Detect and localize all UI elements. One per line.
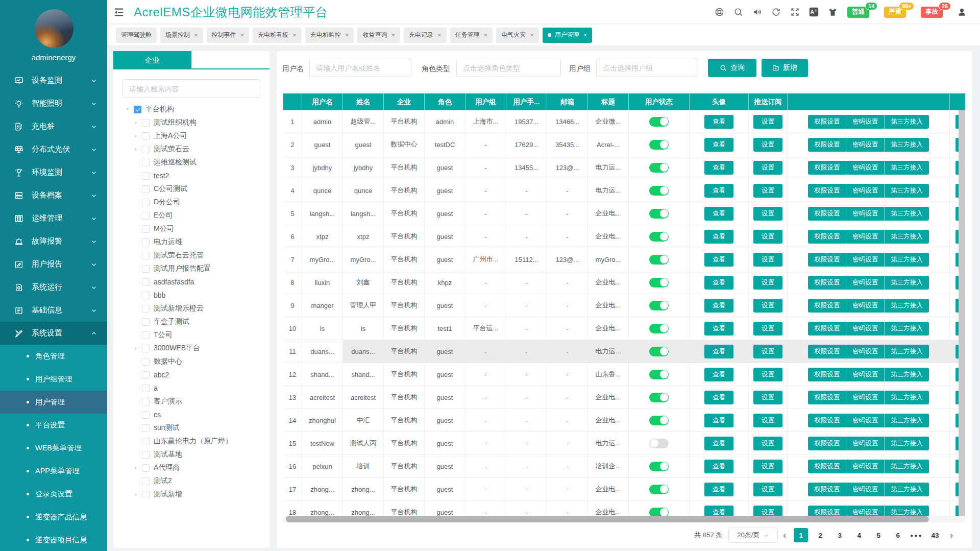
sidebar-item[interactable]: 用户报告 (0, 253, 107, 276)
subscribe-settings-button[interactable]: 设置 (753, 299, 782, 313)
password-settings-button[interactable]: 密码设置 (846, 299, 885, 313)
subscribe-settings-button[interactable]: 设置 (753, 230, 782, 244)
view-avatar-button[interactable]: 查看 (704, 299, 733, 313)
close-icon[interactable]: × (292, 32, 297, 38)
translate-icon[interactable]: A文 (808, 7, 819, 17)
page-number[interactable]: 4 (852, 528, 866, 542)
permission-settings-button[interactable]: 权限设置 (808, 437, 846, 450)
permission-settings-button[interactable]: 权限设置 (808, 230, 846, 244)
view-avatar-button[interactable]: 查看 (704, 460, 733, 473)
caret-right-icon[interactable] (132, 344, 140, 352)
checkbox[interactable] (142, 238, 150, 246)
checkbox[interactable] (142, 491, 150, 498)
sidebar-item[interactable]: 智能照明 (0, 92, 107, 115)
tree-item[interactable]: 山东赢伦电力（原广烨） (113, 435, 270, 448)
checkbox[interactable] (142, 292, 150, 299)
sidebar-item[interactable]: 设备监测 (0, 69, 107, 92)
search-icon[interactable] (733, 7, 743, 17)
sidebar-subitem[interactable]: 登录页设置 (0, 483, 107, 506)
third-party-button[interactable]: 第三方接入 (885, 207, 929, 221)
vertical-scrollbar[interactable] (959, 110, 965, 516)
third-party-button[interactable]: 第三方接入 (885, 414, 929, 427)
view-avatar-button[interactable]: 查看 (704, 276, 733, 290)
password-settings-button[interactable]: 密码设置 (846, 161, 885, 175)
permission-settings-button[interactable]: 权限设置 (808, 368, 846, 381)
user-status-toggle[interactable] (649, 255, 669, 265)
sidebar-subitem[interactable]: 逆变器项目信息 (0, 529, 107, 551)
checkbox[interactable] (142, 119, 150, 127)
checkbox[interactable] (142, 185, 150, 193)
subscribe-settings-button[interactable]: 设置 (753, 115, 782, 129)
sidebar-item[interactable]: 故障报警 (0, 230, 107, 253)
user-status-toggle[interactable] (649, 416, 669, 425)
password-settings-button[interactable]: 密码设置 (846, 184, 885, 198)
user-status-toggle[interactable] (649, 324, 669, 333)
password-settings-button[interactable]: 密码设置 (846, 276, 885, 290)
third-party-button[interactable]: 第三方接入 (885, 230, 929, 244)
tree-item[interactable]: 测试组织机构 (113, 116, 270, 129)
sidebar-subitem[interactable]: 平台设置 (0, 414, 107, 437)
tab-用户管理[interactable]: 用户管理 × (543, 28, 593, 43)
tab-收益查询[interactable]: 收益查询 × (357, 28, 400, 43)
search-button[interactable]: 查询 (708, 59, 756, 77)
tab-场景控制[interactable]: 场景控制 × (160, 28, 203, 43)
subscribe-settings-button[interactable]: 设置 (753, 276, 782, 290)
sidebar-item[interactable]: 设备档案 (0, 184, 107, 207)
password-settings-button[interactable]: 密码设置 (846, 483, 885, 496)
user-status-toggle[interactable] (649, 186, 669, 196)
tree-item[interactable]: 运维巡检测试 (113, 156, 270, 169)
checkbox[interactable] (142, 438, 150, 445)
permission-settings-button[interactable]: 权限设置 (808, 391, 846, 404)
tree-item[interactable]: T公司 (113, 328, 270, 342)
close-icon[interactable]: × (437, 32, 442, 38)
close-icon[interactable]: × (391, 32, 395, 38)
checkbox[interactable] (142, 477, 150, 485)
close-icon[interactable]: × (484, 32, 488, 38)
close-icon[interactable]: × (240, 32, 244, 38)
view-avatar-button[interactable]: 查看 (704, 253, 733, 267)
tab-enterprise[interactable]: 企业 (113, 51, 191, 69)
permission-settings-button[interactable]: 权限设置 (808, 184, 846, 198)
user-status-toggle[interactable] (649, 209, 669, 219)
permission-settings-button[interactable]: 权限设置 (808, 414, 846, 427)
user-status-toggle[interactable] (649, 232, 669, 242)
third-party-button[interactable]: 第三方接入 (885, 115, 929, 129)
checkbox-checked[interactable] (134, 106, 141, 113)
user-status-toggle[interactable] (649, 439, 669, 448)
tree-item[interactable]: test2 (113, 169, 270, 182)
user-icon[interactable] (957, 7, 967, 17)
sidebar-subitem[interactable]: 逆变器产品信息 (0, 506, 107, 529)
subscribe-settings-button[interactable]: 设置 (753, 414, 782, 427)
close-icon[interactable]: × (583, 32, 587, 38)
collapse-menu-icon[interactable] (113, 7, 125, 18)
sidebar-item[interactable]: 基础信息 (0, 299, 107, 322)
third-party-button[interactable]: 第三方接入 (885, 253, 929, 267)
tab-充电桩监控[interactable]: 充电桩监控 × (305, 28, 354, 43)
add-button[interactable]: 新增 (762, 59, 808, 77)
caret-right-icon[interactable] (132, 464, 140, 472)
support-icon[interactable] (714, 7, 724, 17)
tree-item[interactable]: 客户演示 (113, 395, 270, 408)
refresh-icon[interactable] (771, 7, 781, 17)
sidebar-item[interactable]: 运维管理 (0, 207, 107, 230)
sidebar-subitem[interactable]: 用户组管理 (0, 368, 107, 391)
view-avatar-button[interactable]: 查看 (704, 414, 733, 427)
permission-settings-button[interactable]: 权限设置 (808, 161, 846, 175)
checkbox[interactable] (142, 159, 150, 166)
permission-settings-button[interactable]: 权限设置 (808, 345, 846, 358)
tree-item[interactable]: cs (113, 408, 270, 421)
third-party-button[interactable]: 第三方接入 (885, 184, 929, 198)
password-settings-button[interactable]: 密码设置 (846, 368, 885, 381)
page-number[interactable]: 1 (794, 528, 808, 542)
checkbox[interactable] (142, 331, 150, 339)
tree-item[interactable]: 电力运维 (113, 235, 270, 249)
third-party-button[interactable]: 第三方接入 (885, 506, 929, 516)
permission-settings-button[interactable]: 权限设置 (808, 322, 846, 336)
next-page-button[interactable]: › (950, 528, 953, 542)
page-number[interactable]: 5 (871, 528, 886, 542)
tree-item[interactable]: 数据中心 (113, 355, 270, 368)
tab-管理驾驶舱[interactable]: 管理驾驶舱 (116, 28, 157, 43)
password-settings-button[interactable]: 密码设置 (846, 391, 885, 404)
page-ellipsis[interactable]: ●●● (910, 528, 923, 542)
password-settings-button[interactable]: 密码设置 (846, 230, 885, 244)
